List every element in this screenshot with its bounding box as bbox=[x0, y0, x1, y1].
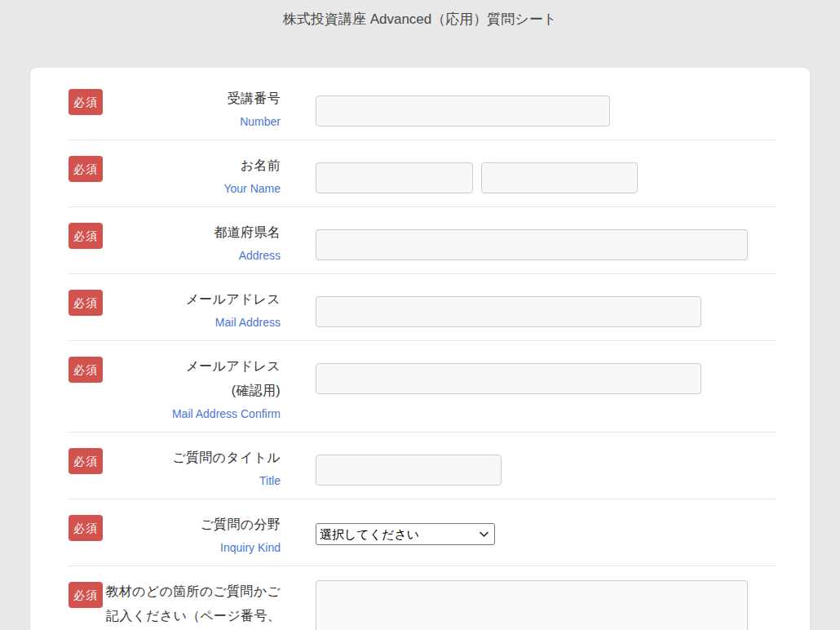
required-badge: 必須 bbox=[69, 582, 103, 608]
required-badge: 必須 bbox=[69, 448, 103, 474]
badge-column: 必須 bbox=[69, 287, 104, 316]
input-column bbox=[281, 220, 776, 260]
badge-column: 必須 bbox=[69, 220, 104, 249]
label-column: メールアドレス (確認用) Mail Address Confirm bbox=[104, 354, 281, 424]
field-label-ja: 都道府県名 bbox=[104, 220, 281, 245]
badge-column: 必須 bbox=[69, 446, 104, 474]
prefecture-input[interactable] bbox=[316, 229, 748, 260]
mail-address-confirm-input[interactable] bbox=[316, 363, 701, 394]
required-badge: 必須 bbox=[69, 515, 103, 541]
label-column: ご質問の分野 Inquiry Kind bbox=[104, 512, 281, 558]
page-title: 株式投資講座 Advanced（応用）質問シート bbox=[0, 0, 840, 27]
field-label-ja: メールアドレス bbox=[104, 287, 281, 312]
input-column bbox=[281, 153, 776, 193]
field-label-ja: お名前 bbox=[104, 153, 281, 178]
input-column bbox=[281, 579, 776, 630]
field-label-ja: ご質問のタイトル bbox=[104, 446, 281, 470]
badge-column: 必須 bbox=[69, 579, 104, 608]
inquiry-kind-select-wrap: 選択してください bbox=[316, 523, 495, 545]
form-row-title: 必須 ご質問のタイトル Title bbox=[69, 433, 776, 499]
required-badge: 必須 bbox=[69, 89, 103, 115]
field-label-en: Address bbox=[104, 245, 281, 266]
question-title-input[interactable] bbox=[316, 455, 502, 486]
field-label-en: Number bbox=[104, 111, 281, 132]
mail-address-input[interactable] bbox=[316, 296, 701, 327]
required-badge: 必須 bbox=[69, 156, 103, 182]
required-badge: 必須 bbox=[69, 290, 103, 316]
field-label-en: Mail Address bbox=[104, 312, 281, 333]
form-row-question-location: 必須 教材のどの箇所のご質問かご記入ください（ページ番号、問題番号など） bbox=[69, 566, 776, 630]
required-badge: 必須 bbox=[69, 357, 103, 383]
label-column: 教材のどの箇所のご質問かご記入ください（ページ番号、問題番号など） bbox=[104, 579, 281, 630]
inquiry-kind-select[interactable]: 選択してください bbox=[316, 523, 495, 545]
label-column: メールアドレス Mail Address bbox=[104, 287, 281, 333]
badge-column: 必須 bbox=[69, 153, 104, 182]
input-column bbox=[281, 446, 776, 486]
field-label-en: Inquiry Kind bbox=[104, 537, 281, 558]
field-label-ja: 教材のどの箇所のご質問かご記入ください（ページ番号、問題番号など） bbox=[104, 579, 281, 630]
last-name-input[interactable] bbox=[316, 162, 473, 193]
input-column bbox=[281, 287, 776, 327]
field-label-en: Title bbox=[104, 470, 281, 491]
badge-column: 必須 bbox=[69, 512, 104, 541]
form-row-inquiry-kind: 必須 ご質問の分野 Inquiry Kind 選択してください bbox=[69, 499, 776, 566]
badge-column: 必須 bbox=[69, 354, 104, 383]
question-location-textarea[interactable] bbox=[316, 580, 748, 630]
first-name-input[interactable] bbox=[481, 162, 638, 193]
number-input[interactable] bbox=[316, 95, 610, 126]
input-column bbox=[281, 87, 776, 126]
label-column: 受講番号 Number bbox=[104, 87, 281, 132]
form-row-number: 必須 受講番号 Number bbox=[69, 73, 776, 140]
field-label-en: Mail Address Confirm bbox=[104, 403, 281, 424]
badge-column: 必須 bbox=[69, 87, 104, 115]
field-label-ja: メールアドレス (確認用) bbox=[104, 354, 281, 403]
input-column bbox=[281, 354, 776, 394]
field-label-ja: 受講番号 bbox=[104, 87, 281, 111]
field-label-en: Your Name bbox=[104, 178, 281, 199]
field-label-ja: ご質問の分野 bbox=[104, 512, 281, 537]
form-row-prefecture: 必須 都道府県名 Address bbox=[69, 207, 776, 274]
label-column: 都道府県名 Address bbox=[104, 220, 281, 266]
form-row-name: 必須 お名前 Your Name bbox=[69, 140, 776, 207]
label-column: ご質問のタイトル Title bbox=[104, 446, 281, 491]
form-card: 必須 受講番号 Number 必須 お名前 Your Name 必須 都道府県名 bbox=[30, 68, 810, 630]
label-column: お名前 Your Name bbox=[104, 153, 281, 199]
required-badge: 必須 bbox=[69, 223, 103, 249]
form-row-mail-confirm: 必須 メールアドレス (確認用) Mail Address Confirm bbox=[69, 341, 776, 433]
input-column: 選択してください bbox=[281, 512, 776, 545]
form-row-mail: 必須 メールアドレス Mail Address bbox=[69, 274, 776, 341]
